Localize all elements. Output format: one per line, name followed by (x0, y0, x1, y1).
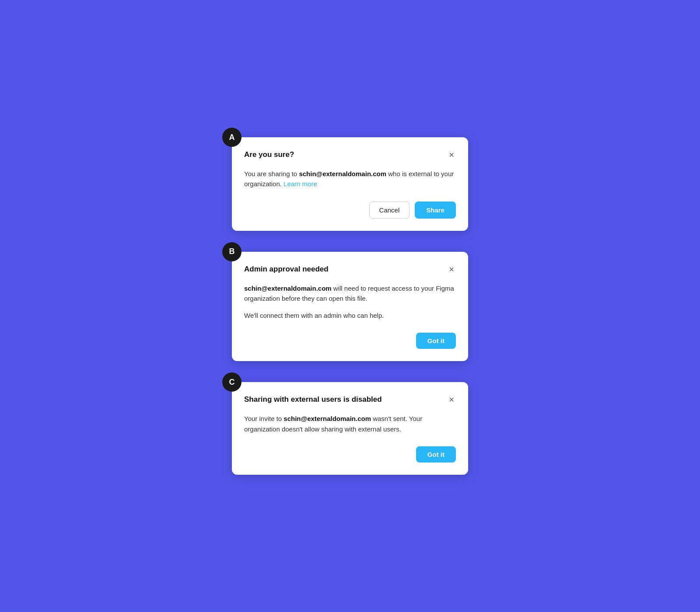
dialog-wrapper-c: C Sharing with external users is disable… (232, 382, 468, 475)
dialog-a-learn-more-link[interactable]: Learn more (284, 180, 317, 188)
dialog-b-para-2: We'll connect them with an admin who can… (244, 310, 456, 320)
dialog-a-close-button[interactable]: × (447, 150, 456, 160)
dialog-b-close-button[interactable]: × (447, 264, 456, 275)
dialog-a-email: schin@externaldomain.com (299, 170, 386, 177)
dialog-b-email: schin@externaldomain.com (244, 285, 332, 292)
dialog-a-title: Are you sure? (244, 150, 294, 159)
dialog-c-email: schin@externaldomain.com (284, 415, 371, 422)
dialog-c-title: Sharing with external users is disabled (244, 395, 382, 404)
badge-a: A (222, 128, 242, 147)
dialog-a-body: You are sharing to schin@externaldomain.… (244, 169, 456, 189)
dialog-b-body: schin@externaldomain.com will need to re… (244, 283, 456, 321)
dialog-b-confirm-button[interactable]: Got it (416, 333, 456, 349)
dialog-b-para-1: schin@externaldomain.com will need to re… (244, 283, 456, 304)
dialog-c-header: Sharing with external users is disabled … (244, 394, 456, 405)
dialog-b-title: Admin approval needed (244, 265, 329, 274)
dialog-b-footer: Got it (244, 333, 456, 349)
dialog-a-footer: Cancel Share (244, 202, 456, 219)
dialog-wrapper-b: B Admin approval needed × schin@external… (232, 252, 468, 362)
dialog-b: Admin approval needed × schin@externaldo… (232, 252, 468, 362)
dialog-a-cancel-button[interactable]: Cancel (369, 202, 410, 219)
dialog-a-confirm-button[interactable]: Share (415, 202, 456, 219)
dialog-c-body: Your invite to schin@externaldomain.com … (244, 414, 456, 434)
dialog-wrapper-a: A Are you sure? × You are sharing to sch… (232, 137, 468, 231)
dialog-b-header: Admin approval needed × (244, 264, 456, 275)
dialog-c-footer: Got it (244, 446, 456, 462)
dialog-c: Sharing with external users is disabled … (232, 382, 468, 475)
dialog-a-header: Are you sure? × (244, 150, 456, 160)
dialog-a: Are you sure? × You are sharing to schin… (232, 137, 468, 231)
badge-b: B (222, 242, 242, 261)
dialog-c-close-button[interactable]: × (447, 394, 456, 405)
dialog-c-confirm-button[interactable]: Got it (416, 446, 456, 462)
